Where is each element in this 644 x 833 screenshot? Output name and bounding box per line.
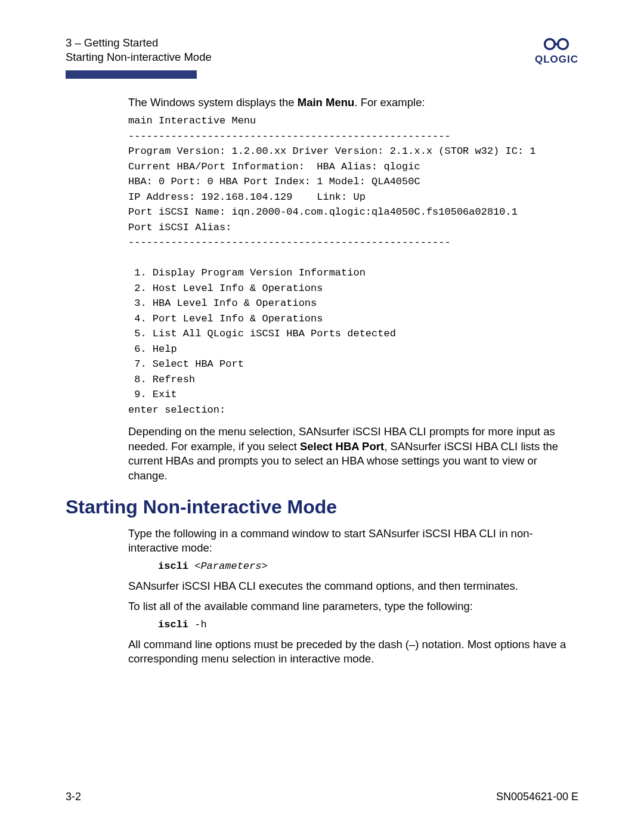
intro-paragraph: The Windows system displays the Main Men…: [128, 95, 578, 110]
section-label: Starting Non-interactive Mode: [66, 50, 212, 64]
intro-text-bold: Main Menu: [298, 96, 355, 109]
para-3: To list all of the available command lin…: [128, 599, 578, 614]
command-example-2: iscli -h: [158, 619, 578, 630]
svg-point-0: [545, 39, 555, 49]
brand-text: QLOGIC: [535, 54, 578, 66]
after-code-paragraph: Depending on the menu selection, SANsurf…: [128, 425, 578, 483]
svg-point-1: [558, 39, 568, 49]
cmd2-rest: -h: [194, 619, 206, 630]
para-1: Type the following in a command window t…: [128, 527, 578, 556]
section-body: Type the following in a command window t…: [128, 527, 578, 666]
page-footer: 3-2 SN0054621-00 E: [66, 791, 578, 803]
brand-block: QLOGIC: [535, 36, 578, 66]
after-text-bold: Select HBA Port: [300, 440, 384, 453]
cmd1-bold: iscli: [158, 561, 194, 572]
section-heading: Starting Non-interactive Mode: [66, 496, 578, 518]
chapter-label: 3 – Getting Started: [66, 36, 212, 50]
header-text-block: 3 – Getting Started Starting Non-interac…: [66, 36, 212, 64]
intro-text-prefix: The Windows system displays the: [128, 96, 298, 109]
intro-text-suffix: . For example:: [354, 96, 425, 109]
cmd1-ital: <Parameters>: [194, 561, 267, 572]
menu-code-block: main Interactive Menu ------------------…: [128, 113, 578, 417]
doc-id: SN0054621-00 E: [496, 791, 578, 803]
qlogic-logo-icon: [543, 36, 570, 52]
cmd2-bold: iscli: [158, 619, 194, 630]
para-2: SANsurfer iSCSI HBA CLI executes the com…: [128, 579, 578, 593]
page: 3 – Getting Started Starting Non-interac…: [0, 0, 644, 833]
para-4: All command line options must be precede…: [128, 637, 578, 667]
content-area: The Windows system displays the Main Men…: [128, 95, 578, 483]
page-number: 3-2: [66, 791, 81, 803]
header-divider: [66, 70, 578, 79]
page-header: 3 – Getting Started Starting Non-interac…: [66, 36, 578, 66]
command-example-1: iscli <Parameters>: [158, 561, 578, 572]
